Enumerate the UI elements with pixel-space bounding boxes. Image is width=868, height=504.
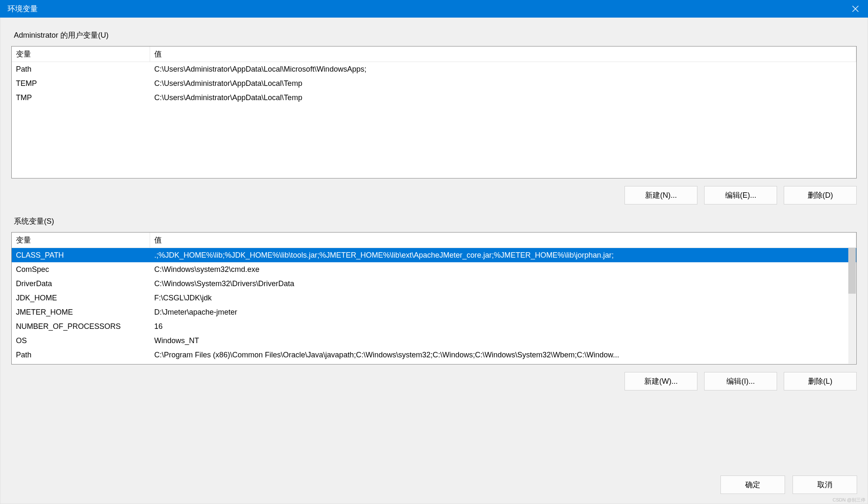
ok-button[interactable]: 确定 [720,476,785,494]
table-row[interactable]: JDK_HOMEF:\CSGL\JDK\jdk [12,291,856,305]
system-new-button[interactable]: 新建(W)... [624,372,697,390]
table-row[interactable]: OSWindows_NT [12,333,856,348]
close-icon [852,5,859,12]
user-variables-group: Administrator 的用户变量(U) 变量 值 PathC:\Users… [11,26,857,204]
cell-value: 16 [150,320,856,333]
column-header-value[interactable]: 值 [150,233,856,248]
cell-variable: Path [12,63,150,75]
cell-value: C:\Users\Administrator\AppData\Local\Mic… [150,63,856,75]
dialog-content: Administrator 的用户变量(U) 变量 值 PathC:\Users… [0,18,868,504]
system-variables-label: 系统变量(S) [11,212,857,232]
cell-variable: Path [12,349,150,361]
user-delete-button[interactable]: 删除(D) [784,186,857,204]
cell-value: C:\Windows\system32\cmd.exe [150,264,856,276]
close-button[interactable] [843,0,868,18]
user-new-button[interactable]: 新建(N)... [624,186,697,204]
table-row[interactable]: NUMBER_OF_PROCESSORS16 [12,319,856,333]
cell-variable: TEMP [12,78,150,90]
table-row[interactable]: DriverDataC:\Windows\System32\Drivers\Dr… [12,277,856,291]
titlebar: 环境变量 [0,0,868,18]
watermark: CSDN @别三停 [833,497,865,503]
cell-variable: DriverData [12,278,150,290]
table-row[interactable]: PathC:\Users\Administrator\AppData\Local… [12,62,856,76]
table-row[interactable]: PathC:\Program Files (x86)\Common Files\… [12,348,856,362]
cell-variable: OS [12,335,150,347]
user-variables-listview[interactable]: 变量 值 PathC:\Users\Administrator\AppData\… [11,46,857,178]
system-listview-body: CLASS_PATH.;%JDK_HOME%\lib;%JDK_HOME%\li… [12,248,856,362]
table-row[interactable]: JMETER_HOMED:\Jmeter\apache-jmeter [12,305,856,319]
environment-variables-dialog: 环境变量 Administrator 的用户变量(U) 变量 值 PathC:\… [0,0,868,504]
cell-variable: ComSpec [12,264,150,276]
system-edit-button[interactable]: 编辑(I)... [704,372,777,390]
user-listview-header: 变量 值 [12,47,856,62]
cell-variable: JMETER_HOME [12,306,150,318]
cell-variable: NUMBER_OF_PROCESSORS [12,320,150,333]
system-delete-button[interactable]: 删除(L) [784,372,857,390]
cell-value: C:\Program Files (x86)\Common Files\Orac… [150,349,856,361]
cell-value: C:\Users\Administrator\AppData\Local\Tem… [150,92,856,104]
user-variables-label: Administrator 的用户变量(U) [11,26,857,46]
user-buttons-row: 新建(N)... 编辑(E)... 删除(D) [11,178,857,204]
column-header-variable[interactable]: 变量 [12,47,150,62]
user-edit-button[interactable]: 编辑(E)... [704,186,777,204]
column-header-value[interactable]: 值 [150,47,856,62]
cell-value: D:\Jmeter\apache-jmeter [150,306,856,318]
dialog-title: 环境变量 [8,4,38,14]
table-row[interactable]: TMPC:\Users\Administrator\AppData\Local\… [12,90,856,105]
scrollbar-thumb[interactable] [848,248,856,294]
cell-variable: TMP [12,92,150,104]
cell-value: .;%JDK_HOME%\lib;%JDK_HOME%\lib\tools.ja… [150,249,856,261]
system-buttons-row: 新建(W)... 编辑(I)... 删除(L) [11,364,857,390]
cell-variable: CLASS_PATH [12,249,150,261]
table-row[interactable]: CLASS_PATH.;%JDK_HOME%\lib;%JDK_HOME%\li… [12,248,856,262]
column-header-variable[interactable]: 变量 [12,233,150,248]
cell-value: Windows_NT [150,335,856,347]
cell-variable: JDK_HOME [12,292,150,304]
system-listview-header: 变量 值 [12,233,856,248]
dialog-action-buttons: 确定 取消 [720,476,857,494]
system-variables-group: 系统变量(S) 变量 值 CLASS_PATH.;%JDK_HOME%\lib;… [11,212,857,390]
cancel-button[interactable]: 取消 [793,476,857,494]
user-listview-body: PathC:\Users\Administrator\AppData\Local… [12,62,856,105]
scrollbar-track[interactable] [848,248,856,364]
cell-value: C:\Windows\System32\Drivers\DriverData [150,278,856,290]
cell-value: F:\CSGL\JDK\jdk [150,292,856,304]
system-variables-listview[interactable]: 变量 值 CLASS_PATH.;%JDK_HOME%\lib;%JDK_HOM… [11,232,857,364]
table-row[interactable]: TEMPC:\Users\Administrator\AppData\Local… [12,76,856,90]
cell-value: C:\Users\Administrator\AppData\Local\Tem… [150,78,856,90]
table-row[interactable]: ComSpecC:\Windows\system32\cmd.exe [12,262,856,277]
